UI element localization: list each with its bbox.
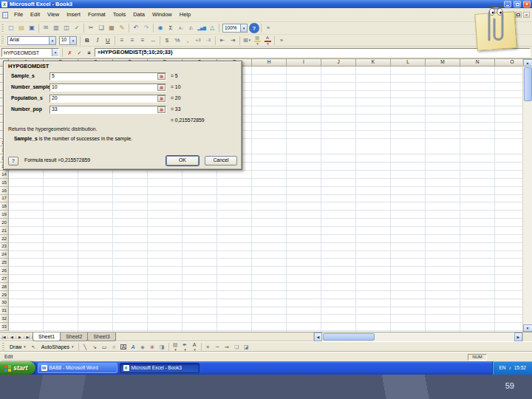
cancel-button[interactable]: Cancel [205,156,237,166]
shadow-style-icon[interactable]: ❏ [232,343,242,352]
decrease-indent-icon[interactable]: ⇤ [217,35,228,46]
oval-icon[interactable]: ○ [109,343,119,352]
line-icon[interactable]: ╲ [81,343,90,352]
line-color-icon[interactable]: ✒▾ [180,343,190,352]
collapse-dialog-button[interactable]: ▦ [157,73,166,80]
row-header-22[interactable]: 22 [0,235,9,243]
edit-formula-button[interactable]: = [85,49,93,57]
collapse-dialog-button[interactable]: ▦ [157,95,166,102]
toolbar-grip[interactable] [1,36,4,44]
row-header-29[interactable]: 29 [0,291,9,299]
taskbar-button-excel[interactable]: XMicrosoft Excel - Book3 [120,363,200,373]
font-color-icon-arrow-icon[interactable]: ▾ [194,348,196,352]
autoshapes-menu[interactable]: AutoShapes▾ [38,343,77,352]
scroll-left-button[interactable]: ◀ [314,332,322,341]
format-painter-icon[interactable]: ✎ [117,23,127,33]
font-name-dropdown-icon[interactable]: ▾ [49,37,55,44]
menu-item-tools[interactable]: Tools [109,10,130,19]
help-icon[interactable]: ? [249,23,259,33]
new-workbook-icon[interactable]: ▢ [6,23,16,33]
column-header-i[interactable]: I [287,59,321,66]
increase-indent-icon[interactable]: ⇥ [228,35,238,46]
drawing-icon[interactable]: △ [207,23,217,33]
column-header-n[interactable]: N [460,59,495,66]
row-header-31[interactable]: 31 [0,307,9,315]
enter-formula-button[interactable]: ✓ [75,49,83,57]
row-header-14[interactable]: 14 [0,171,9,179]
start-button[interactable]: start [0,361,35,375]
column-header-j[interactable]: J [321,59,356,66]
column-header-o[interactable]: O [495,59,522,66]
text-box-icon[interactable]: A [119,343,129,352]
sort-descending-icon[interactable]: Z↓ [186,23,197,33]
column-header-k[interactable]: K [356,59,391,66]
row-header-26[interactable]: 26 [0,267,9,275]
field-input-sample_s[interactable]: 5▦ [50,72,166,81]
row-header-32[interactable]: 32 [0,315,9,323]
merge-center-icon[interactable]: ↔ [148,35,158,46]
print-icon[interactable]: ▥ [51,23,61,33]
cut-icon[interactable]: ✂ [86,23,96,33]
italic-icon[interactable]: I [92,35,103,46]
sheet-tab-sheet1[interactable]: Sheet1 [33,332,61,341]
print-preview-icon[interactable]: ◫ [61,23,72,33]
column-header-l[interactable]: L [391,59,426,66]
line-color-icon-arrow-icon[interactable]: ▾ [184,348,186,352]
menu-item-data[interactable]: Data [129,10,149,19]
fill-color-icon[interactable]: ▨▾ [252,35,262,46]
fill-color-icon-arrow-icon[interactable]: ▾ [174,348,177,352]
title-bar[interactable]: X Microsoft Excel - Book3 × [0,0,532,8]
row-header-23[interactable]: 23 [0,243,9,251]
rectangle-icon[interactable]: ▭ [100,343,109,352]
last-sheet-button[interactable]: ▶| [24,335,33,339]
column-header-m[interactable]: M [426,59,460,66]
field-input-number_pop[interactable]: 33▦ [50,106,166,114]
underline-icon[interactable]: U [103,35,113,46]
horizontal-scrollbar-thumb[interactable] [323,333,375,341]
menu-item-insert[interactable]: Insert [63,10,84,19]
zoom-dropdown-icon[interactable]: ▾ [240,24,247,32]
diagram-icon[interactable]: ◈ [138,343,148,352]
row-header-27[interactable]: 27 [0,275,9,283]
row-header-19[interactable]: 19 [0,211,9,219]
draw-menu[interactable]: Draw▾ [7,343,29,352]
row-header-30[interactable]: 30 [0,299,9,307]
toolbar-grip[interactable] [1,24,4,33]
office-assistant-clippy[interactable] [470,2,517,52]
menu-item-view[interactable]: View [44,10,63,19]
volume-icon[interactable]: ♪ [508,366,511,371]
paste-icon[interactable]: ▦ [106,23,117,33]
next-sheet-button[interactable]: ▶ [16,335,24,339]
cancel-formula-button[interactable]: ✗ [66,49,74,57]
taskbar-button-word[interactable]: WBAB8 - Microsoft Word [38,363,117,373]
clip-art-icon[interactable]: ❀ [148,343,157,352]
row-header-16[interactable]: 16 [0,187,9,195]
field-input-number_sample[interactable]: 10▦ [50,83,166,92]
sheet-tab-sheet2[interactable]: Sheet2 [60,332,88,341]
font-color-icon-arrow-icon[interactable]: ▾ [267,42,269,46]
row-header-25[interactable]: 25 [0,259,9,267]
vertical-scrollbar[interactable]: ▲ ▼ [522,59,532,332]
row-header-21[interactable]: 21 [0,227,9,235]
redo-icon[interactable]: ↷ [141,23,151,33]
row-header-15[interactable]: 15 [0,179,9,187]
vertical-scrollbar-thumb[interactable] [524,67,532,101]
row-header-17[interactable]: 17 [0,195,9,203]
sort-ascending-icon[interactable]: A↓ [176,23,186,33]
scroll-right-button[interactable]: ▶ [514,332,522,341]
workbook-close-button[interactable]: × [523,12,530,18]
column-header-h[interactable]: H [252,59,287,66]
email-icon[interactable]: ✉ [41,23,51,33]
zoom-combo[interactable]: 100% ▾ [222,24,248,33]
clock[interactable]: 15:52 [514,366,526,371]
wordart-icon[interactable]: A [129,343,138,352]
dash-style-icon[interactable]: ┄ [213,343,222,352]
autosum-icon[interactable]: Σ [166,23,176,33]
menu-item-format[interactable]: Format [84,10,109,19]
increase-decimal-icon[interactable]: +.0 [193,35,203,46]
line-style-icon[interactable]: ≡ [203,343,213,352]
horizontal-scrollbar-track[interactable] [375,332,514,341]
toolbar-options-icon[interactable]: » [263,23,273,33]
field-input-population_s[interactable]: 20▦ [50,95,166,103]
arrow-style-icon[interactable]: ⇒ [222,343,232,352]
